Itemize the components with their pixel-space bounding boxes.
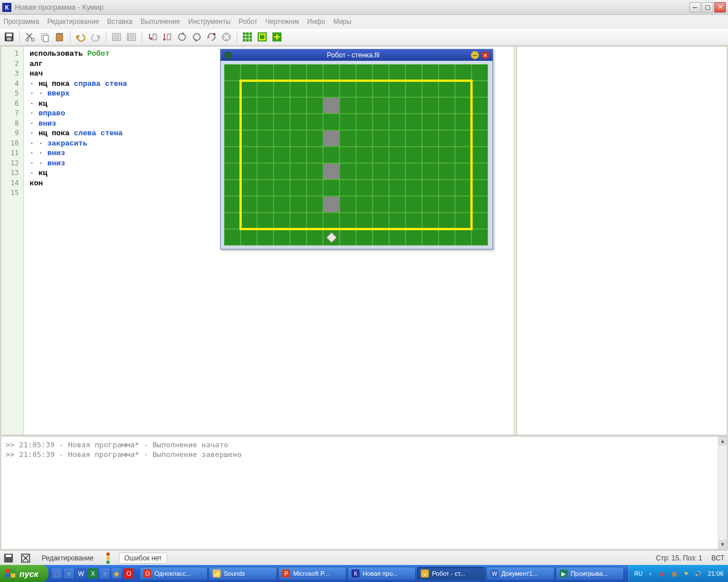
- robot-titlebar[interactable]: Робот - стенка.fil ─ ✕: [221, 49, 493, 61]
- close-button[interactable]: ✕: [714, 2, 726, 13]
- tray-vol-icon[interactable]: 🔊: [693, 569, 702, 578]
- task-item[interactable]: PMicrosoft P...: [278, 567, 346, 580]
- svg-point-22: [179, 34, 185, 40]
- ql-ie-icon[interactable]: e: [64, 568, 74, 579]
- grid-plus-icon[interactable]: [270, 30, 284, 44]
- svg-point-19: [128, 38, 129, 39]
- scroll-up-icon[interactable]: ▲: [718, 436, 727, 446]
- grid-green-icon[interactable]: [241, 30, 254, 44]
- menubar: Программа Редактирование Вставка Выполне…: [0, 15, 728, 28]
- status-insert: ВСТ: [712, 554, 725, 562]
- statusbar: Редактирование Ошибок нет Стр: 15, Поз: …: [0, 550, 728, 565]
- editor-pane: 123456789101112131415 использовать Робот…: [1, 47, 516, 435]
- svg-rect-75: [11, 569, 15, 573]
- windows-flag-icon: [6, 569, 16, 578]
- robot-grid[interactable]: [224, 64, 488, 246]
- maximize-button[interactable]: ▢: [702, 2, 713, 13]
- menu-insert[interactable]: Вставка: [107, 18, 133, 26]
- robot-title-text: Робот - стенка.fil: [235, 51, 471, 59]
- menu-drafter[interactable]: Чертежник: [266, 18, 300, 26]
- menu-info[interactable]: Инфо: [307, 18, 325, 26]
- task-item[interactable]: КНовая про...: [348, 567, 416, 580]
- task-item[interactable]: OОднокласс...: [139, 567, 208, 580]
- svg-rect-6: [43, 35, 48, 41]
- ql-word-icon[interactable]: W: [76, 568, 86, 579]
- list1-icon[interactable]: [110, 30, 123, 44]
- taskbar: пуск ⬚ e W X e ◉ O OОднокласс...📁SoundsP…: [0, 565, 728, 582]
- svg-rect-8: [57, 33, 61, 35]
- robot-window[interactable]: Робот - стенка.fil ─ ✕: [220, 49, 493, 250]
- painted-cell: [324, 164, 339, 179]
- console-area: >> 21:05:39 - Новая программа* - Выполне…: [1, 436, 727, 550]
- grid-border-icon[interactable]: [255, 30, 269, 44]
- tray-lang[interactable]: RU: [634, 569, 643, 578]
- minimize-button[interactable]: ─: [689, 2, 701, 13]
- titlebar: К Новая программа - Кумир ─ ▢ ✕: [0, 0, 728, 15]
- tray-app1-icon[interactable]: ▦: [669, 569, 679, 578]
- status-position: Стр: 15, Поз: 1: [656, 554, 702, 562]
- menu-program[interactable]: Программа: [3, 18, 39, 26]
- robot-minimize-icon[interactable]: ─: [471, 51, 479, 59]
- scroll-down-icon[interactable]: ▼: [718, 540, 727, 549]
- redo-icon[interactable]: [89, 30, 102, 44]
- tray-chevron-icon[interactable]: ‹: [646, 569, 655, 578]
- console-output[interactable]: >> 21:05:39 - Новая программа* - Выполне…: [1, 436, 718, 549]
- console-scrollbar[interactable]: ▲ ▼: [718, 436, 727, 549]
- task-item[interactable]: ☺Робот - ст...: [417, 567, 485, 580]
- menu-execute[interactable]: Выполнение: [140, 18, 180, 26]
- status-errors: Ошибок нет: [119, 552, 167, 564]
- cut-icon[interactable]: [23, 30, 37, 44]
- ql-desktop-icon[interactable]: ⬚: [52, 568, 62, 579]
- svg-point-18: [128, 36, 129, 38]
- ql-ie2-icon[interactable]: e: [100, 568, 110, 579]
- svg-point-23: [193, 34, 200, 40]
- tray-clock[interactable]: 21:06: [708, 570, 723, 577]
- svg-point-3: [26, 38, 29, 41]
- status-save-icon[interactable]: [3, 553, 14, 563]
- svg-point-4: [32, 38, 35, 41]
- tray-shield-icon[interactable]: ◆: [657, 569, 667, 578]
- task-item[interactable]: ▶Проигрыва...: [556, 567, 624, 580]
- taskbar-tasks: OОднокласс...📁SoundsPMicrosoft P...КНова…: [137, 567, 628, 580]
- stop-icon[interactable]: [220, 30, 233, 44]
- window-title: Новая программа - Кумир: [15, 3, 689, 11]
- robot-field: [221, 61, 493, 249]
- quick-launch: ⬚ e W X e ◉ O: [48, 568, 137, 579]
- undo-icon[interactable]: [74, 30, 88, 44]
- ql-opera-icon[interactable]: O: [123, 568, 134, 579]
- step-into-icon[interactable]: [146, 30, 159, 44]
- svg-rect-1: [6, 34, 12, 36]
- status-close-icon[interactable]: [20, 553, 31, 563]
- ql-shield-icon[interactable]: ◉: [111, 568, 122, 579]
- run-loop2-icon[interactable]: [190, 30, 204, 44]
- tray-flag-icon[interactable]: ⚑: [681, 569, 690, 578]
- robot-close-icon[interactable]: ✕: [481, 51, 489, 59]
- save-icon[interactable]: [2, 30, 16, 44]
- menu-worlds[interactable]: Миры: [333, 18, 351, 26]
- app-icon: К: [2, 3, 11, 12]
- menu-edit[interactable]: Редактирование: [47, 18, 99, 26]
- menu-robot[interactable]: Робот: [239, 18, 258, 26]
- svg-rect-76: [6, 573, 10, 577]
- status-signal-icon: [106, 552, 110, 564]
- start-button[interactable]: пуск: [0, 565, 48, 582]
- painted-cell: [324, 197, 339, 212]
- task-item[interactable]: 📁Sounds: [209, 567, 277, 580]
- line-gutter: 123456789101112131415: [1, 47, 24, 435]
- run-loop1-icon[interactable]: [175, 30, 189, 44]
- copy-icon[interactable]: [38, 30, 52, 44]
- svg-rect-20: [153, 34, 156, 40]
- robot-app-icon: [224, 51, 232, 59]
- svg-point-24: [213, 33, 216, 35]
- menu-tools[interactable]: Инструменты: [188, 18, 231, 26]
- painted-cell: [324, 131, 339, 146]
- list2-icon[interactable]: [125, 30, 138, 44]
- run-icon[interactable]: [205, 30, 218, 44]
- task-item[interactable]: WДокумент1...: [486, 567, 555, 580]
- svg-rect-21: [167, 34, 171, 40]
- ql-excel-icon[interactable]: X: [88, 568, 98, 579]
- step-over-icon[interactable]: [160, 30, 174, 44]
- side-panel: [516, 47, 727, 435]
- paste-icon[interactable]: [53, 30, 67, 44]
- svg-point-17: [128, 35, 129, 36]
